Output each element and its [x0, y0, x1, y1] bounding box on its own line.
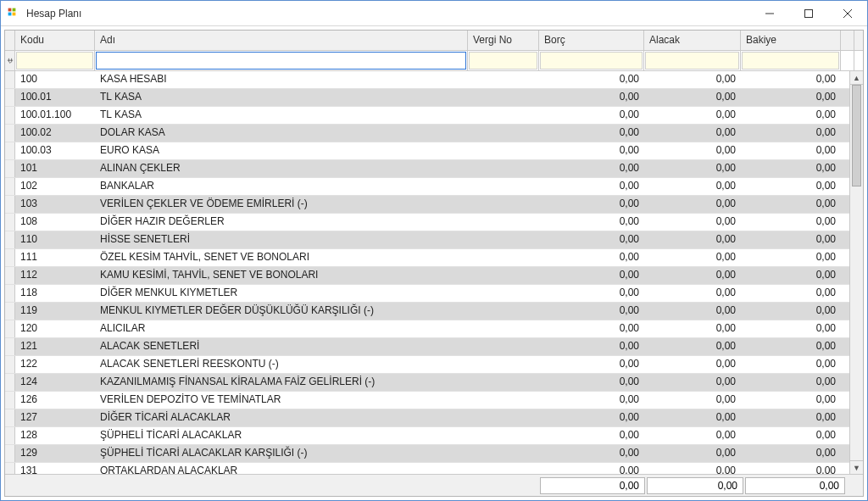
- col-header-vergi[interactable]: Vergi No: [468, 31, 539, 50]
- row-handle: [5, 285, 15, 302]
- filter-alacak[interactable]: [645, 52, 739, 70]
- col-header-borc[interactable]: Borç: [539, 31, 644, 50]
- cell-bakiye: 0,00: [741, 71, 841, 88]
- app-icon: [8, 7, 21, 20]
- scroll-up-button[interactable]: ▲: [850, 71, 863, 85]
- col-header-kodu[interactable]: Kodu: [15, 31, 95, 50]
- cell-adi: VERİLEN DEPOZİTO VE TEMİNATLAR: [95, 392, 468, 409]
- footer-scrollgap: [846, 484, 860, 487]
- cell-vergi: [468, 445, 539, 462]
- cell-vergi: [468, 71, 539, 88]
- table-row[interactable]: 108DİĞER HAZIR DEĞERLER0,000,000,00: [5, 214, 863, 231]
- footer-adi: [95, 484, 468, 487]
- cell-adi: KASA HESABI: [95, 71, 468, 88]
- col-header-alacak[interactable]: Alacak: [644, 31, 741, 50]
- filter-scrollgap: [841, 51, 854, 70]
- table-row[interactable]: 124KAZANILMAMIŞ FİNANSAL KİRALAMA FAİZ G…: [5, 374, 863, 392]
- scroll-track[interactable]: [850, 85, 863, 460]
- cell-kodu: 100: [15, 71, 95, 88]
- window: Hesap Planı Kodu Adı Vergi No Borç Alaca…: [0, 0, 868, 501]
- filter-borc[interactable]: [540, 52, 643, 70]
- cell-vergi: [468, 374, 539, 391]
- row-handle: [5, 214, 15, 231]
- cell-kodu: 100.01: [15, 89, 95, 106]
- table-row[interactable]: 120ALICILAR0,000,000,00: [5, 320, 863, 338]
- table-row[interactable]: 103VERİLEN ÇEKLER VE ÖDEME EMİRLERİ (-)0…: [5, 196, 863, 214]
- cell-vergi: [468, 427, 539, 444]
- row-handle: [5, 303, 15, 320]
- scroll-thumb[interactable]: [852, 85, 861, 186]
- cell-kodu: 100.02: [15, 125, 95, 142]
- cell-alacak: 0,00: [644, 196, 741, 213]
- filter-kodu[interactable]: [16, 52, 93, 70]
- close-button[interactable]: [828, 1, 867, 26]
- table-row[interactable]: 131ORTAKLARDAN ALACAKLAR0,000,000,00: [5, 463, 863, 474]
- cell-bakiye: 0,00: [741, 285, 841, 302]
- col-header-bakiye[interactable]: Bakiye: [741, 31, 841, 50]
- cell-adi: VERİLEN ÇEKLER VE ÖDEME EMİRLERİ (-): [95, 196, 468, 213]
- table-row[interactable]: 128ŞÜPHELİ TİCARİ ALACAKLAR0,000,000,00: [5, 427, 863, 445]
- cell-borc: 0,00: [539, 356, 644, 373]
- footer-bakiye-total: 0,00: [745, 477, 845, 494]
- cell-vergi: [468, 285, 539, 302]
- table-row[interactable]: 121ALACAK SENETLERİ0,000,000,00: [5, 338, 863, 356]
- table-row[interactable]: 112KAMU KESİMİ, TAHVİL, SENET VE BONOLAR…: [5, 267, 863, 285]
- table-row[interactable]: 118DİĞER MENKUL KIYMETLER0,000,000,00: [5, 285, 863, 303]
- cell-vergi: [468, 409, 539, 426]
- table-row[interactable]: 129ŞÜPHELİ TİCARİ ALACAKLAR KARŞILIĞI (-…: [5, 445, 863, 463]
- table-row[interactable]: 111ÖZEL KESİM TAHVİL, SENET VE BONOLARI0…: [5, 249, 863, 267]
- cell-bakiye: 0,00: [741, 107, 841, 124]
- vertical-scrollbar[interactable]: ▲ ▼: [849, 71, 863, 474]
- table-row[interactable]: 110HİSSE SENETLERİ0,000,000,00: [5, 231, 863, 249]
- cell-adi: DOLAR KASA: [95, 125, 468, 142]
- row-handle: [5, 231, 15, 248]
- cell-alacak: 0,00: [644, 303, 741, 320]
- cell-bakiye: 0,00: [741, 89, 841, 106]
- table-row[interactable]: 100.01TL KASA0,000,000,00: [5, 89, 863, 107]
- cell-bakiye: 0,00: [741, 125, 841, 142]
- cell-alacak: 0,00: [644, 374, 741, 391]
- cell-vergi: [468, 231, 539, 248]
- cell-alacak: 0,00: [644, 427, 741, 444]
- table-row[interactable]: 126VERİLEN DEPOZİTO VE TEMİNATLAR0,000,0…: [5, 392, 863, 409]
- cell-bakiye: 0,00: [741, 427, 841, 444]
- col-header-adi[interactable]: Adı: [95, 31, 468, 50]
- table-row[interactable]: 102BANKALAR0,000,000,00: [5, 178, 863, 196]
- scroll-down-button[interactable]: ▼: [850, 460, 863, 474]
- row-handle: [5, 338, 15, 355]
- cell-vergi: [468, 320, 539, 337]
- cell-alacak: 0,00: [644, 214, 741, 231]
- table-row[interactable]: 100KASA HESABI0,000,000,00: [5, 71, 863, 89]
- cell-adi: ALACAK SENETLERİ REESKONTU (-): [95, 356, 468, 373]
- footer-vergi: [468, 484, 539, 487]
- minimize-button[interactable]: [750, 1, 789, 26]
- svg-rect-5: [805, 9, 813, 17]
- filter-adi[interactable]: [96, 52, 466, 70]
- cell-vergi: [468, 125, 539, 142]
- row-handle: [5, 249, 15, 266]
- filter-bakiye[interactable]: [742, 52, 839, 70]
- cell-vergi: [468, 214, 539, 231]
- cell-alacak: 0,00: [644, 285, 741, 302]
- cell-borc: 0,00: [539, 196, 644, 213]
- row-handle: [5, 374, 15, 391]
- cell-bakiye: 0,00: [741, 392, 841, 409]
- table-row[interactable]: 100.03EURO KASA0,000,000,00: [5, 142, 863, 160]
- filter-icon: [5, 51, 15, 70]
- row-handle: [5, 89, 15, 106]
- titlebar: Hesap Planı: [1, 1, 867, 26]
- table-row[interactable]: 100.01.100TL KASA0,000,000,00: [5, 107, 863, 125]
- table-row[interactable]: 122ALACAK SENETLERİ REESKONTU (-)0,000,0…: [5, 356, 863, 374]
- row-handle: [5, 392, 15, 409]
- cell-kodu: 121: [15, 338, 95, 355]
- cell-vergi: [468, 196, 539, 213]
- table-row[interactable]: 100.02DOLAR KASA0,000,000,00: [5, 125, 863, 142]
- cell-alacak: 0,00: [644, 392, 741, 409]
- table-row[interactable]: 127DİĞER TİCARİ ALACAKLAR0,000,000,00: [5, 409, 863, 427]
- maximize-button[interactable]: [789, 1, 828, 26]
- table-row[interactable]: 119MENKUL KIYMETLER DEĞER DÜŞÜKLÜĞÜ KARŞ…: [5, 303, 863, 320]
- row-handle: [5, 427, 15, 444]
- grid: Kodu Adı Vergi No Borç Alacak Bakiye 100…: [4, 30, 864, 497]
- filter-vergi[interactable]: [469, 52, 537, 70]
- table-row[interactable]: 101ALINAN ÇEKLER0,000,000,00: [5, 160, 863, 178]
